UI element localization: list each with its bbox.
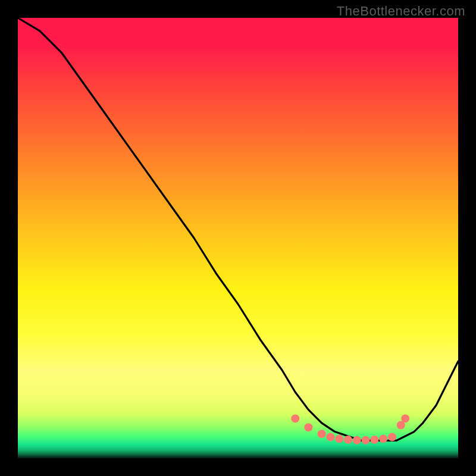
trough-marker — [401, 414, 409, 422]
trough-markers — [291, 414, 409, 444]
curve-layer — [18, 18, 458, 458]
trough-marker — [318, 430, 326, 438]
trough-marker — [388, 433, 396, 441]
trough-marker — [344, 436, 352, 444]
trough-marker — [291, 414, 299, 422]
trough-marker — [335, 434, 343, 443]
chart-frame: TheBottlenecker.com — [0, 0, 476, 476]
bottleneck-curve — [18, 18, 458, 440]
trough-marker — [362, 436, 370, 444]
trough-marker — [304, 423, 312, 431]
trough-marker — [379, 434, 387, 443]
plot-area — [18, 18, 458, 458]
trough-marker — [370, 436, 378, 444]
trough-marker — [326, 433, 334, 441]
trough-marker — [353, 436, 361, 444]
attribution-label: TheBottlenecker.com — [337, 4, 465, 19]
